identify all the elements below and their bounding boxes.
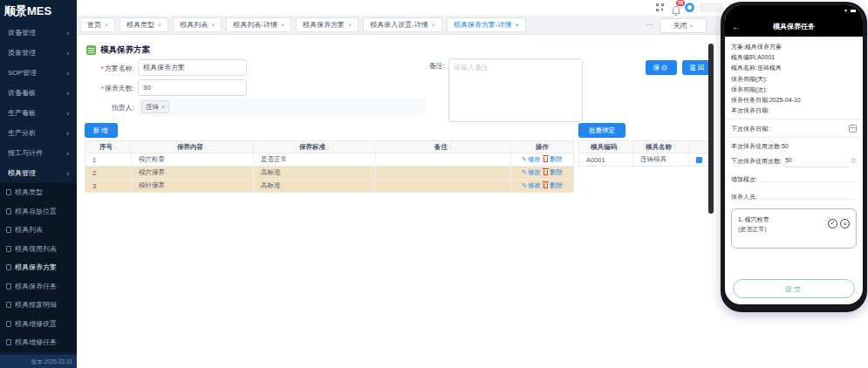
close-icon[interactable]: × [211,22,215,28]
sidebar-subitem-scrap-detail[interactable]: 模具报废明细 [0,296,77,315]
more-icon[interactable]: … [646,18,653,27]
cell-standard: 高标准 [254,180,376,192]
delete-link[interactable]: 删除 [543,155,563,164]
field-add-count[interactable]: 增加模次: [731,174,857,185]
edit-link[interactable]: ✎修改 [522,168,541,177]
next-count-input[interactable]: 50 [785,154,848,167]
tab-label: 模具保养方案-详情 [454,20,512,30]
sidebar-subitem-maintenance-task[interactable]: 模具保养任务 [0,277,77,296]
chevron-down-icon: ∨ [66,30,70,36]
bound-action-icon[interactable] [696,157,702,163]
sidebar-subitem-mold-type[interactable]: 模具类型 [0,183,77,202]
header-standard[interactable]: 保养标准↕ [254,141,376,153]
maintain-days-label: *保养天数: [80,84,134,93]
edit-link[interactable]: ✎修改 [522,155,541,164]
chevron-down-icon: ∨ [66,50,70,56]
sidebar-submenu: 模具类型 模具存放位置 模具列表 模具领用列表 模具保养方案 模具保养任务 模具… [0,183,77,352]
delete-link[interactable]: 删除 [543,168,563,177]
sidebar-subitem-mold-list[interactable]: 模具列表 [0,221,77,240]
close-icon[interactable]: × [158,22,161,28]
sort-icon[interactable]: ↕ [205,145,208,150]
header-remark[interactable]: 备注↕ [376,141,511,153]
user-menu[interactable] [700,3,722,12]
close-icon[interactable]: × [432,22,435,28]
table-row[interactable]: A0001 压铸模具 [579,153,708,167]
remark-textarea[interactable] [448,58,583,122]
calendar-icon[interactable] [849,125,857,133]
page-root: 顺景MES 设备管理∨ 质量管理∨ SOP管理∨ 设备看板∨ 生产看板∨ 生产分… [0,0,868,368]
fail-cross-icon[interactable]: × [840,219,850,228]
sidebar-subitem-repair-task[interactable]: 模具维修任务 [0,333,77,352]
header-mold-name[interactable]: 模具名称↕ [633,141,689,153]
sort-icon[interactable]: ↕ [449,145,452,150]
header-content[interactable]: 保养内容↕ [132,141,254,153]
header-seq[interactable]: 序号↕ [85,141,132,153]
back-arrow-icon[interactable]: ← [732,22,741,31]
add-count-input[interactable] [760,175,857,182]
tab-home[interactable]: 首页× [80,17,115,32]
table-row[interactable]: 3 模针保养 高标准 ✎修改 删除 [85,180,573,193]
close-icon[interactable]: × [105,22,108,28]
save-button[interactable]: 保存 [646,60,677,75]
tab-maintenance-plan[interactable]: 模具保养方案× [296,17,359,32]
sidebar-subitem-maintenance-plan[interactable]: 模具保养方案 [0,258,77,277]
cell-operation: ✎修改 删除 [511,153,573,166]
field-staff[interactable]: 保养人员: [731,191,857,202]
sidebar-subitem-storage-location[interactable]: 模具存放位置 [0,202,77,221]
sidebar-item-quality-mgmt[interactable]: 质量管理∨ [0,43,77,63]
header-mold-code[interactable]: 模具编码↕ [579,141,633,153]
sort-icon[interactable]: ↕ [327,145,330,150]
tab-mold-entry-settings-detail[interactable]: 模具录入设置-详情× [363,17,442,32]
tab-maintenance-plan-detail[interactable]: 模具保养方案-详情× [447,17,526,32]
close-icon[interactable]: × [281,22,284,28]
maintain-days-input[interactable] [138,79,247,96]
sidebar-menu: 设备管理∨ 质量管理∨ SOP管理∨ 设备看板∨ 生产看板∨ 生产分析∨ 报工与… [0,23,77,352]
table-row[interactable]: 1 模穴检查 是否正常 ✎修改 删除 [85,153,573,167]
pass-check-icon[interactable]: ✓ [828,219,837,228]
divider [725,137,863,138]
bound-mold-table: 模具编码↕ 模具名称↕ A0001 压铸模具 [578,140,709,167]
sidebar-item-equipment-mgmt[interactable]: 设备管理∨ [0,23,77,43]
field-next-date[interactable]: 下次保养日期: [731,122,857,134]
sidebar-item-work-report[interactable]: 报工与计件∨ [0,143,77,163]
owner-tag-label: 压铸 [146,103,159,112]
owner-field[interactable]: 压铸× [138,98,426,116]
delete-link[interactable]: 删除 [543,181,563,190]
gear-icon[interactable]: ⚙ [851,155,857,167]
tab-mold-list-detail[interactable]: 模具列表-详情× [226,17,291,32]
sidebar-item-sop-mgmt[interactable]: SOP管理∨ [0,63,77,83]
add-row-button[interactable]: 新增 [85,123,118,138]
sort-icon[interactable]: ↕ [114,145,117,150]
sidebar-item-mold-mgmt[interactable]: 模具管理∧ [0,163,77,183]
table-row[interactable]: 2 模穴保养 高标准 ✎修改 删除 [85,167,573,180]
sidebar-item-production-board[interactable]: 生产看板∨ [0,103,77,123]
document-icon [6,246,11,252]
tab-mold-list[interactable]: 模具列表× [173,17,222,32]
table-header-row: 序号↕ 保养内容↕ 保养标准↕ 备注↕ 操作 [85,141,573,153]
vertical-scrollbar[interactable] [708,44,714,214]
qr-code-icon[interactable] [656,3,664,11]
avatar[interactable] [685,3,694,12]
divider [725,119,863,119]
staff-input[interactable] [760,193,857,200]
close-tabs-button[interactable]: 关闭∨ [660,18,707,33]
batch-bind-button[interactable]: 批量绑定 [578,123,625,138]
submit-button[interactable]: 提交 [733,279,855,298]
sidebar-item-production-analysis[interactable]: 生产分析∨ [0,123,77,143]
sort-icon[interactable]: ↕ [619,145,621,150]
sidebar-item-label: 报工与计件 [8,148,43,158]
sidebar-item-equipment-board[interactable]: 设备看板∨ [0,83,77,103]
close-icon[interactable]: × [348,22,352,28]
notification-bell-icon[interactable]: 58 [672,3,680,13]
sidebar-subitem-repair-settings[interactable]: 模具维修设置 [0,315,77,334]
close-icon[interactable]: × [516,22,519,28]
cell-content: 模针保养 [132,180,254,192]
sort-icon[interactable]: ↕ [673,145,676,150]
owner-tag: 压铸× [141,100,169,113]
remove-tag-icon[interactable]: × [161,104,165,110]
tab-mold-type[interactable]: 模具类型× [120,17,168,32]
sidebar-subitem-mold-issue-list[interactable]: 模具领用列表 [0,240,77,259]
edit-link[interactable]: ✎修改 [522,181,541,190]
field-next-count[interactable]: 下次保养使用次数: 50 ⚙ [731,154,857,167]
plan-name-input[interactable] [138,59,247,76]
